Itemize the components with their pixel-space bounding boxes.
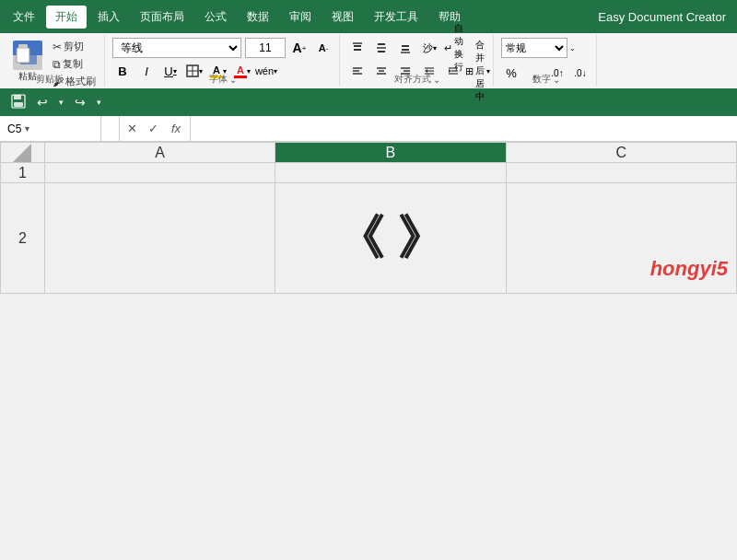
spreadsheet-table: A B C 1 2 《 》: [0, 142, 737, 294]
undo-dropdown[interactable]: ▾: [55, 96, 67, 109]
number-expand-small: ⌄: [569, 44, 576, 52]
clipboard-group-label[interactable]: 剪贴板 ⌄: [4, 73, 104, 86]
svg-rect-3: [18, 44, 28, 49]
font-shrink-icon: A: [319, 42, 326, 53]
align-top-button[interactable]: [347, 38, 368, 58]
merge-center-label: 合并后居中: [475, 39, 485, 103]
number-expand-icon: ⌄: [553, 75, 560, 85]
save-icon: [11, 94, 26, 109]
font-group: 等线 A+ A- B I U ▾ ▾: [107, 35, 340, 87]
svg-rect-8: [354, 45, 361, 47]
cut-label: 剪切: [64, 40, 84, 53]
cell-ref-dropdown-icon: ▾: [25, 123, 29, 134]
number-format-select[interactable]: 常规: [501, 38, 567, 58]
col-header-C[interactable]: C: [506, 143, 736, 163]
svg-rect-35: [14, 102, 23, 107]
clipboard-expand-icon: ⌄: [65, 75, 73, 85]
clipboard-group: 粘贴 ✂ 剪切 ⧉ 复制 🖌 格式刷 剪贴板 ⌄: [4, 35, 105, 87]
cell-C2[interactable]: [506, 183, 736, 294]
menu-developer[interactable]: 开发工具: [365, 6, 427, 29]
align-middle-button[interactable]: [371, 38, 392, 58]
font-size-input[interactable]: [245, 38, 286, 58]
svg-rect-9: [354, 49, 361, 51]
menu-formula[interactable]: 公式: [195, 6, 236, 29]
corner-cell[interactable]: [1, 143, 45, 163]
formula-separator: [101, 116, 120, 141]
menu-help[interactable]: 帮助: [429, 6, 470, 29]
ribbon: 粘贴 ✂ 剪切 ⧉ 复制 🖌 格式刷 剪贴板 ⌄ 等线: [0, 33, 737, 88]
font-shrink-button[interactable]: A-: [313, 38, 333, 58]
align-bottom-icon: [399, 41, 412, 54]
font-row1: 等线 A+ A-: [112, 38, 333, 58]
quick-access-toolbar: ↩ ▾ ↪ ▾: [0, 88, 737, 116]
copy-label: 复制: [63, 57, 83, 71]
spreadsheet-area: A B C 1 2 《 》 hongyi5: [0, 142, 737, 294]
menu-insert[interactable]: 插入: [88, 6, 129, 29]
font-grow-icon: A: [293, 41, 302, 55]
number-group: 常规 ⌄ % , .0↑ .0↓ 数字 ⌄: [496, 35, 597, 87]
copy-button[interactable]: ⧉ 复制: [50, 56, 99, 72]
cell-C1[interactable]: [506, 163, 736, 183]
select-all-triangle: [13, 144, 31, 162]
confirm-formula-button[interactable]: ✓: [145, 122, 162, 135]
wrap-text-button[interactable]: ↵ 自动换行: [443, 38, 463, 58]
menu-view[interactable]: 视图: [322, 6, 363, 29]
row-header-2[interactable]: 2: [1, 183, 45, 294]
cell-reference-value: C5: [7, 122, 21, 135]
undo-button[interactable]: ↩: [33, 93, 52, 111]
menu-page-layout[interactable]: 页面布局: [131, 6, 193, 29]
cut-icon: ✂: [53, 41, 62, 53]
font-expand-icon: ⌄: [229, 75, 237, 85]
svg-rect-10: [378, 43, 385, 45]
cell-B1[interactable]: [275, 163, 506, 183]
cancel-formula-button[interactable]: ✕: [123, 122, 141, 135]
formula-buttons: ✕ ✓ fx: [120, 116, 191, 141]
menu-review[interactable]: 审阅: [280, 6, 321, 29]
alignment-expand-icon: ⌄: [433, 75, 440, 85]
menu-file[interactable]: 文件: [4, 6, 44, 29]
col-header-A[interactable]: A: [44, 143, 275, 163]
align-row1: 沙▾ ↵ 自动换行: [347, 38, 487, 58]
redo-button[interactable]: ↪: [71, 93, 89, 111]
col-header-B[interactable]: B: [275, 143, 506, 163]
alignment-group-label[interactable]: 对齐方式 ⌄: [342, 73, 493, 86]
font-grow-button[interactable]: A+: [289, 38, 310, 58]
svg-rect-34: [14, 95, 21, 99]
cut-button[interactable]: ✂ 剪切: [50, 39, 99, 54]
table-row: 2 《 》: [1, 183, 737, 294]
alignment-group: 沙▾ ↵ 自动换行: [342, 35, 494, 87]
svg-rect-14: [402, 49, 409, 51]
align-middle-icon: [375, 41, 388, 54]
cell-A1[interactable]: [44, 163, 275, 183]
text-dir-dropdown: ▾: [433, 44, 437, 52]
text-direction-button[interactable]: 沙▾: [419, 38, 439, 58]
cell-reference-box[interactable]: C5 ▾: [0, 116, 101, 141]
font-group-label[interactable]: 字体 ⌄: [107, 73, 339, 86]
formula-bar: C5 ▾ ✕ ✓ fx: [0, 116, 737, 142]
menu-data[interactable]: 数据: [238, 6, 278, 29]
svg-rect-13: [402, 45, 409, 47]
cell-B2[interactable]: 《 》: [275, 183, 506, 294]
table-row: 1: [1, 163, 737, 183]
easy-document-creator-label: Easy Document Creator: [598, 10, 733, 24]
copy-icon: ⧉: [53, 58, 61, 71]
menu-home[interactable]: 开始: [46, 6, 87, 29]
menu-bar: 文件 开始 插入 页面布局 公式 数据 审阅 视图 开发工具 帮助 Easy D…: [0, 0, 737, 33]
formula-input[interactable]: [191, 116, 737, 141]
insert-function-button[interactable]: fx: [166, 122, 186, 135]
customize-quick-access[interactable]: ▾: [93, 96, 105, 109]
row-header-1[interactable]: 1: [1, 163, 45, 183]
svg-rect-12: [378, 51, 385, 52]
number-group-label[interactable]: 数字 ⌄: [496, 73, 596, 86]
align-bottom-button[interactable]: [395, 38, 415, 58]
svg-rect-2: [17, 48, 29, 63]
save-button[interactable]: [7, 92, 29, 113]
paste-icon: [13, 41, 42, 70]
align-top-icon: [351, 41, 364, 54]
cell-A2[interactable]: [44, 183, 275, 294]
font-face-select[interactable]: 等线: [112, 38, 241, 58]
